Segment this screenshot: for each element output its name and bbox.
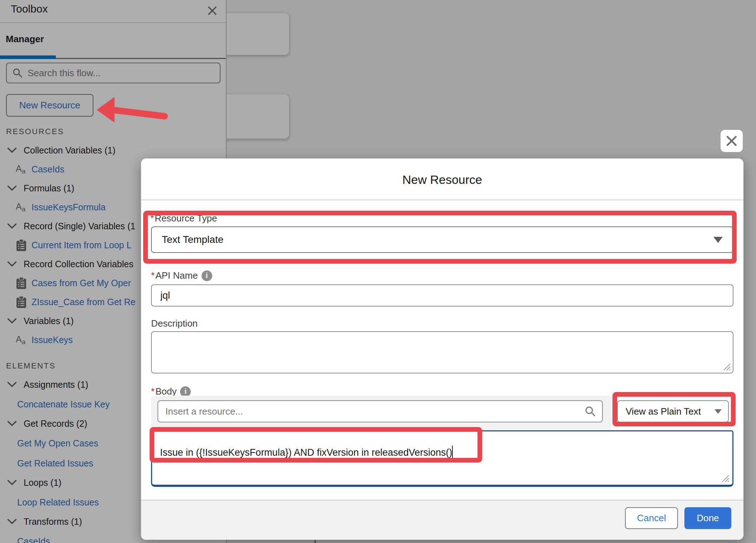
done-button[interactable]: Done: [684, 507, 731, 529]
chevron-down-icon: [713, 237, 723, 243]
body-text: Issue in ({!IssueKeysFormula}) AND fixVe…: [160, 446, 453, 458]
search-icon: [585, 406, 596, 417]
resize-handle-icon[interactable]: [722, 362, 731, 371]
divider: [141, 200, 743, 200]
required-asterisk: *: [151, 386, 155, 397]
view-mode-value: View as Plain Text: [626, 406, 714, 417]
insert-resource-box[interactable]: [158, 400, 603, 422]
resource-type-select[interactable]: Text Template: [151, 226, 733, 253]
cancel-button[interactable]: Cancel: [625, 507, 678, 529]
close-icon: [725, 134, 738, 147]
required-asterisk: *: [150, 213, 154, 224]
insert-resource-input[interactable]: [165, 406, 581, 417]
description-textarea[interactable]: [151, 331, 733, 373]
resize-handle-icon[interactable]: [720, 473, 730, 483]
resource-type-value: Text Template: [162, 234, 713, 245]
modal-title: New Resource: [141, 173, 743, 187]
info-icon[interactable]: i: [202, 270, 212, 281]
modal-close-button[interactable]: [721, 130, 743, 152]
new-resource-modal: New Resource *Resource Type Text Templat…: [141, 158, 743, 540]
resource-type-label: *Resource Type: [150, 213, 217, 224]
info-icon[interactable]: i: [180, 386, 191, 397]
required-asterisk: *: [151, 270, 155, 281]
text-cursor: [452, 446, 453, 458]
modal-footer: Cancel Done: [141, 500, 743, 540]
description-label: Description: [151, 318, 198, 329]
flow-builder-screen: Toolbox Manager New Resource RESOURCESCo…: [0, 0, 756, 543]
chevron-down-icon: [714, 409, 722, 414]
body-textarea[interactable]: Issue in ({!IssueKeysFormula}) AND fixVe…: [151, 430, 733, 487]
view-mode-dropdown[interactable]: View as Plain Text: [617, 400, 729, 422]
api-name-input[interactable]: [151, 284, 733, 307]
api-name-label: *API Name i: [151, 270, 212, 281]
